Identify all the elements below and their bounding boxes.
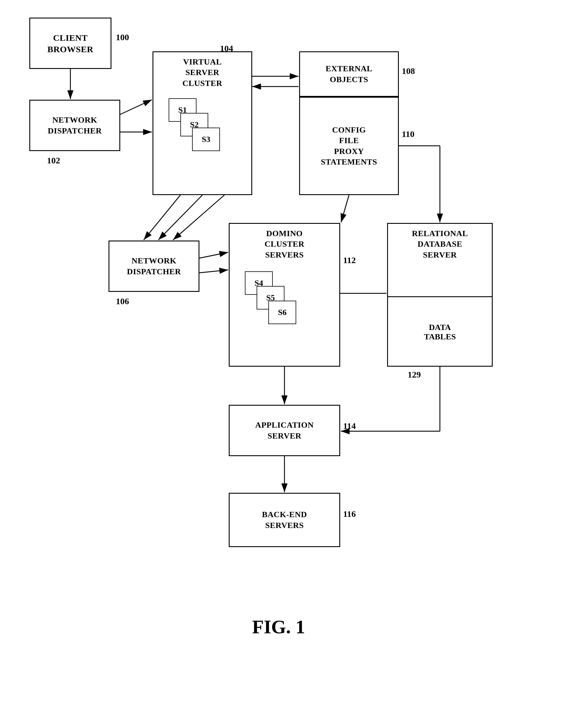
application-server-box: APPLICATION SERVER <box>229 405 340 456</box>
label-104: 104 <box>220 43 233 54</box>
s6-box: S6 <box>268 301 296 324</box>
label-106: 106 <box>116 296 129 306</box>
label-116: 116 <box>343 509 356 519</box>
diagram: CLIENT BROWSER 100 NETWORK DISPATCHER 10… <box>0 0 588 726</box>
svg-line-10 <box>200 252 228 258</box>
back-end-servers-box: BACK-END SERVERS <box>229 493 340 547</box>
svg-line-12 <box>341 195 349 222</box>
s3-box: S3 <box>192 128 220 151</box>
svg-line-7 <box>144 195 180 240</box>
label-102: 102 <box>47 155 60 165</box>
label-100: 100 <box>116 32 129 42</box>
svg-line-3 <box>120 100 152 115</box>
svg-line-8 <box>159 195 202 240</box>
label-108: 108 <box>402 66 415 76</box>
data-tables-label: DATA TABLES <box>387 296 493 367</box>
label-129: 129 <box>408 370 421 379</box>
figure-label: FIG. 1 <box>205 616 352 638</box>
network-dispatcher-top-box: NETWORK DISPATCHER <box>29 100 120 151</box>
external-objects-box: EXTERNAL OBJECTS <box>299 51 399 97</box>
svg-line-9 <box>173 195 224 240</box>
label-110: 110 <box>402 129 414 139</box>
client-browser-box: CLIENT BROWSER <box>29 18 111 69</box>
domino-cluster-servers-box: DOMINO CLUSTER SERVERS <box>229 223 340 367</box>
label-114: 114 <box>343 421 356 431</box>
config-file-box: CONFIG FILE PROXY STATEMENTS <box>299 97 399 195</box>
label-112: 112 <box>343 255 356 265</box>
network-dispatcher-bottom-box: NETWORK DISPATCHER <box>108 241 200 292</box>
svg-line-11 <box>200 270 228 273</box>
